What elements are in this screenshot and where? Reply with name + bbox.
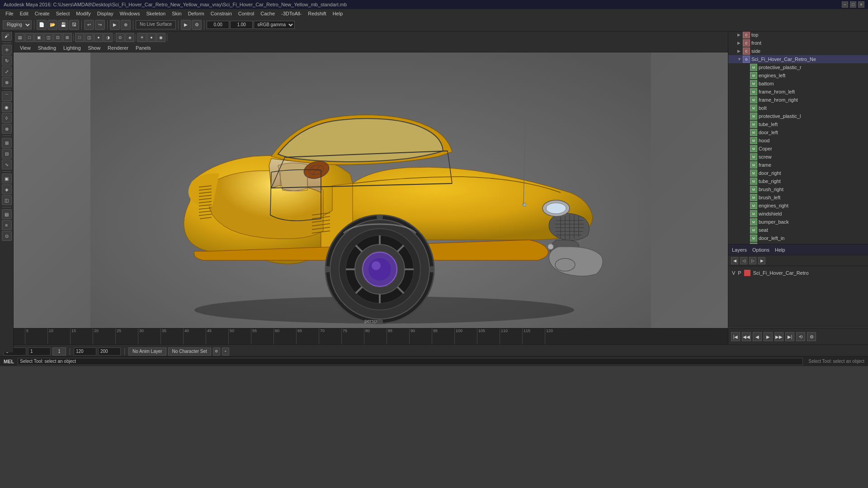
snap-button[interactable]: ⊞ xyxy=(2,138,12,148)
curve-button[interactable]: ∿ xyxy=(2,160,12,169)
tree-item-tube-left[interactable]: M tube_left xyxy=(728,120,868,128)
menu-skeleton[interactable]: Skeleton xyxy=(143,10,168,17)
render-button[interactable]: ▶ xyxy=(181,20,191,30)
scale-tool-button[interactable]: ⤢ xyxy=(2,66,12,76)
value1-input[interactable] xyxy=(207,21,229,29)
value2-input[interactable] xyxy=(230,21,253,29)
sculpt-button[interactable]: ◊ xyxy=(2,113,12,123)
rigging-dropdown[interactable]: Rigging xyxy=(3,20,32,29)
lasso-select-button[interactable]: ⌒ xyxy=(2,91,12,101)
tree-item-tube-right[interactable]: M tube_right xyxy=(728,177,868,185)
grid-button[interactable]: ⊟ xyxy=(2,149,12,159)
tree-item-frame-hrom-right[interactable]: M frame_hrom_right xyxy=(728,96,868,104)
safe-title-button[interactable]: ⊡ xyxy=(53,33,62,42)
range-end-input[interactable] xyxy=(98,347,121,356)
menu-edit[interactable]: Edit xyxy=(17,10,31,17)
wireframe-button[interactable]: □ xyxy=(75,33,84,42)
char-set-button[interactable]: No Character Set xyxy=(168,347,211,356)
isolate-select-button[interactable]: ⊙ xyxy=(116,33,125,42)
tree-item-screw[interactable]: M screw xyxy=(728,153,868,161)
menu-select[interactable]: Select xyxy=(53,10,73,17)
close-button[interactable]: × xyxy=(858,1,864,8)
layer-next2-button[interactable]: ▷ xyxy=(749,257,756,264)
ao-button[interactable]: ◉ xyxy=(156,33,165,42)
save-as-button[interactable]: 🖫 xyxy=(69,20,79,30)
tree-item-frame[interactable]: M frame xyxy=(728,161,868,169)
tree-item-brush-left[interactable]: M brush_left xyxy=(728,193,868,202)
vm-show[interactable]: Show xyxy=(85,44,104,52)
mel-input[interactable] xyxy=(18,358,803,365)
tree-item-battom[interactable]: M battom xyxy=(728,80,868,88)
redo-button[interactable]: ↪ xyxy=(95,20,105,30)
save-file-button[interactable]: 💾 xyxy=(58,20,68,30)
paint-select-button[interactable]: 🖌 xyxy=(2,31,12,41)
tree-item-brush-right[interactable]: M brush_right xyxy=(728,185,868,193)
loop-button[interactable]: ⟲ xyxy=(796,332,805,341)
menu-modify[interactable]: Modify xyxy=(73,10,93,17)
tree-item-engines-left[interactable]: M engines_left xyxy=(728,71,868,80)
menu-3dtoall[interactable]: -3DToAll- xyxy=(278,10,304,17)
tree-item-protective-l[interactable]: M protective_plastic_l xyxy=(728,112,868,120)
layers-tab-layers[interactable]: Layers xyxy=(732,247,747,253)
layer-prev-button[interactable]: ◀ xyxy=(731,257,738,264)
go-to-end-button[interactable]: ▶| xyxy=(785,332,794,341)
render-settings-button[interactable]: ⚙ xyxy=(192,20,202,30)
tree-item-hood[interactable]: M hood xyxy=(728,136,868,145)
grid-display-button[interactable]: ⊞ xyxy=(63,33,72,42)
viewport[interactable]: persp xyxy=(14,52,728,328)
play-forward-button[interactable]: ▶ xyxy=(764,332,773,341)
vm-lighting[interactable]: Lighting xyxy=(60,44,85,52)
step-forward-button[interactable]: ▶▶ xyxy=(774,332,783,341)
tree-item-bolt[interactable]: M bolt xyxy=(728,104,868,112)
menu-skin[interactable]: Skin xyxy=(169,10,184,17)
tree-item-front[interactable]: ▶ C front xyxy=(728,39,868,47)
timeline-ruler[interactable]: 1 5 10 15 20 25 30 35 40 45 50 55 60 65 … xyxy=(0,328,728,344)
menu-display[interactable]: Display xyxy=(94,10,116,17)
vm-renderer[interactable]: Renderer xyxy=(104,44,132,52)
menu-file[interactable]: File xyxy=(3,10,16,17)
go-to-start-button[interactable]: |◀ xyxy=(731,332,740,341)
minimize-button[interactable]: − xyxy=(842,1,848,8)
layers-tab-help[interactable]: Help xyxy=(775,247,785,253)
layer-row[interactable]: V P Sci_Fi_Hover_Car_Retro xyxy=(732,268,864,278)
play-back-button[interactable]: ◀ xyxy=(753,332,762,341)
vm-shading[interactable]: Shading xyxy=(34,44,60,52)
hypershade-button[interactable]: ◈ xyxy=(2,184,12,194)
xray-button[interactable]: ◈ xyxy=(125,33,134,42)
new-file-button[interactable]: 📄 xyxy=(37,20,47,30)
channel-box-button[interactable]: ▤ xyxy=(2,209,12,219)
tool-settings-button[interactable]: ⊙ xyxy=(2,231,12,241)
layer-prev2-button[interactable]: ◁ xyxy=(740,257,747,264)
menu-create[interactable]: Create xyxy=(32,10,52,17)
tree-item-engines-right[interactable]: M engines_right xyxy=(728,202,868,210)
tree-item-top[interactable]: ▶ C top xyxy=(728,31,868,39)
menu-control[interactable]: Control xyxy=(236,10,257,17)
lighting-mode-button[interactable]: ☀ xyxy=(137,33,146,42)
tree-item-frame-hrom-left[interactable]: M frame_hrom_left xyxy=(728,88,868,96)
film-gate-button[interactable]: □ xyxy=(25,33,34,42)
menu-cache[interactable]: Cache xyxy=(258,10,278,17)
transform-button[interactable]: ⊕ xyxy=(121,20,131,30)
vm-panels[interactable]: Panels xyxy=(132,44,155,52)
char-set-add-button[interactable]: + xyxy=(222,347,229,356)
vm-view[interactable]: View xyxy=(16,44,34,52)
undo-button[interactable]: ↩ xyxy=(84,20,94,30)
tree-item-coper[interactable]: M Coper xyxy=(728,145,868,153)
gamma-select[interactable]: sRGB gamma xyxy=(254,21,295,29)
flat-button[interactable]: ◑ xyxy=(104,33,113,42)
tree-item-door-left-in[interactable]: M door_left_in xyxy=(728,234,868,242)
tree-item-door-left[interactable]: M door_left xyxy=(728,128,868,136)
menu-windows[interactable]: Windows xyxy=(117,10,143,17)
tree-item-scifi-root[interactable]: ▼ G Sci_Fi_Hover_Car_Retro_Ne xyxy=(728,55,868,63)
open-file-button[interactable]: 📂 xyxy=(47,20,57,30)
menu-deform[interactable]: Deform xyxy=(185,10,207,17)
move-tool-button[interactable]: ✛ xyxy=(2,45,12,55)
smooth-wire-button[interactable]: ◫ xyxy=(85,33,94,42)
layer-next-button[interactable]: ▶ xyxy=(758,257,765,264)
current-frame-input[interactable] xyxy=(28,347,51,356)
char-set-options-button[interactable]: ⚙ xyxy=(213,347,220,356)
gate-mask-button[interactable]: ◫ xyxy=(44,33,53,42)
tree-item-windshield[interactable]: M windshield xyxy=(728,210,868,218)
smooth-button[interactable]: ● xyxy=(94,33,103,42)
tree-item-side[interactable]: ▶ C side xyxy=(728,47,868,55)
